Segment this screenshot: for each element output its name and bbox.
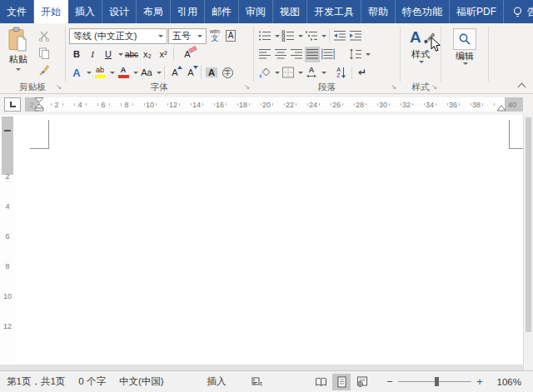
underline-dropdown-caret[interactable] [118, 53, 123, 56]
multilevel-list-caret[interactable] [321, 35, 326, 37]
tab-developer[interactable]: 开发工具 [307, 0, 361, 23]
tab-design[interactable]: 设计 [102, 0, 137, 23]
zoom-out-button[interactable]: − [385, 375, 395, 388]
borders-button[interactable] [281, 65, 296, 81]
ruler-number: 6 [5, 232, 9, 241]
font-color-button[interactable]: A [116, 65, 131, 81]
insert-mode-indicator[interactable]: 插入 [207, 375, 227, 388]
tab-home[interactable]: 开始 [34, 0, 68, 23]
format-painter-button[interactable] [37, 62, 52, 77]
tab-stop-selector[interactable] [4, 97, 21, 112]
zoom-slider-thumb[interactable] [435, 377, 439, 386]
align-center-button[interactable] [273, 47, 288, 62]
clipboard-dialog-launcher-icon[interactable] [54, 82, 63, 92]
paste-dropdown-caret[interactable] [16, 68, 21, 71]
line-spacing-button[interactable] [348, 47, 363, 62]
read-mode-button[interactable] [311, 374, 330, 390]
document-page[interactable] [15, 115, 523, 370]
borders-caret[interactable] [298, 72, 303, 74]
phonetic-guide-button[interactable]: wén 文 [207, 28, 222, 44]
tab-help[interactable]: 帮助 [361, 0, 396, 23]
character-shading-button[interactable]: A [204, 65, 219, 81]
vertical-scrollbar[interactable] [523, 115, 533, 370]
zoom-in-button[interactable]: + [475, 375, 485, 388]
font-name-combo[interactable]: 等线 (中文正文) [69, 28, 167, 44]
line-spacing-caret[interactable] [366, 53, 371, 56]
cut-button[interactable] [37, 28, 52, 44]
multilevel-list-button[interactable] [304, 28, 319, 44]
underline-button[interactable]: U [101, 47, 116, 62]
subscript-button[interactable]: x₂ [140, 47, 155, 62]
distribute-text-button[interactable] [321, 47, 336, 62]
editing-caret[interactable] [463, 62, 468, 65]
tab-mailings[interactable]: 邮件 [205, 0, 239, 23]
tab-insert[interactable]: 插入 [68, 0, 102, 23]
bold-button[interactable]: B [69, 47, 84, 62]
copy-button[interactable] [37, 45, 52, 61]
italic-button[interactable]: I [85, 47, 100, 62]
paste-button[interactable]: 粘贴 [0, 27, 37, 81]
horizontal-ruler[interactable]: 2 2 4 6 8 10 12 14 16 18 20 22 24 26 28 … [25, 97, 523, 112]
page-indicator[interactable]: 第1页，共1页 [7, 375, 65, 388]
tab-foxit-pdf[interactable]: 福昕PDF [450, 0, 504, 23]
zoom-percentage[interactable]: 106% [493, 377, 521, 387]
editing-hover-box [453, 28, 476, 50]
sort-button[interactable]: A Z [334, 65, 349, 81]
shrink-font-button[interactable]: A [183, 65, 198, 81]
zoom-slider-track[interactable] [398, 381, 471, 382]
enclose-characters-button[interactable]: 字 [220, 65, 235, 81]
language-indicator[interactable]: 中文(中国) [119, 375, 164, 388]
align-right-button[interactable] [289, 47, 304, 62]
font-size-combo[interactable]: 五号 [168, 28, 207, 44]
increase-indent-button[interactable] [348, 28, 363, 44]
bullets-caret[interactable] [275, 35, 280, 37]
highlight-caret[interactable] [110, 72, 115, 74]
numbering-caret[interactable] [298, 35, 303, 37]
tab-references[interactable]: 引用 [171, 0, 205, 23]
vertical-ruler[interactable]: 2 4 6 8 10 12 [0, 115, 15, 370]
text-effects-button[interactable]: A [69, 65, 84, 81]
justify-button[interactable] [305, 47, 320, 62]
strikethrough-button[interactable]: abc [124, 47, 139, 62]
asian-layout-caret[interactable] [321, 72, 326, 74]
superscript-button[interactable]: x² [156, 47, 171, 62]
text-effects-caret[interactable] [87, 72, 92, 74]
tell-me-button[interactable]: 告诉我 [504, 0, 533, 23]
asian-layout-button[interactable]: A [304, 65, 319, 81]
right-indent-marker[interactable] [496, 105, 506, 112]
shading-caret[interactable] [275, 72, 280, 74]
font-dialog-launcher-icon[interactable] [242, 82, 252, 92]
copy-icon [38, 47, 50, 59]
grow-font-button[interactable]: A [167, 65, 182, 81]
ruler-number: 10 [3, 292, 12, 300]
character-border-button[interactable]: A [223, 28, 238, 44]
tab-review[interactable]: 审阅 [239, 0, 273, 23]
collapse-ribbon-chevron-icon[interactable] [518, 82, 526, 89]
ruler-number: 38 [472, 101, 481, 109]
tab-special-features[interactable]: 特色功能 [396, 0, 450, 23]
styles-dialog-launcher-icon[interactable] [430, 82, 439, 92]
show-hide-marks-button[interactable]: ↵ [355, 65, 370, 81]
font-color-caret[interactable] [133, 72, 138, 74]
clear-formatting-button[interactable]: A [180, 47, 195, 62]
left-indent-markers[interactable] [34, 97, 44, 112]
align-left-button[interactable] [257, 47, 272, 62]
bullets-button[interactable] [257, 28, 272, 44]
web-layout-button[interactable] [353, 374, 371, 390]
scrollbar-thumb[interactable] [526, 117, 531, 332]
editing-button[interactable]: 编辑 [448, 27, 481, 65]
styles-caret[interactable] [419, 61, 424, 63]
macro-record-button[interactable] [252, 377, 262, 386]
text-highlight-button[interactable]: ab [92, 65, 107, 81]
numbering-button[interactable] [281, 28, 296, 44]
change-case-button[interactable]: Aa [139, 65, 154, 81]
tab-file[interactable]: 文件 [0, 0, 34, 23]
paragraph-dialog-launcher-icon[interactable] [389, 82, 398, 92]
tab-layout[interactable]: 布局 [137, 0, 171, 23]
change-case-caret[interactable] [157, 72, 162, 74]
shading-button[interactable] [257, 65, 272, 81]
word-count[interactable]: 0 个字 [78, 375, 106, 388]
tab-view[interactable]: 视图 [273, 0, 307, 23]
decrease-indent-button[interactable] [332, 28, 347, 44]
print-layout-button[interactable] [332, 374, 351, 390]
